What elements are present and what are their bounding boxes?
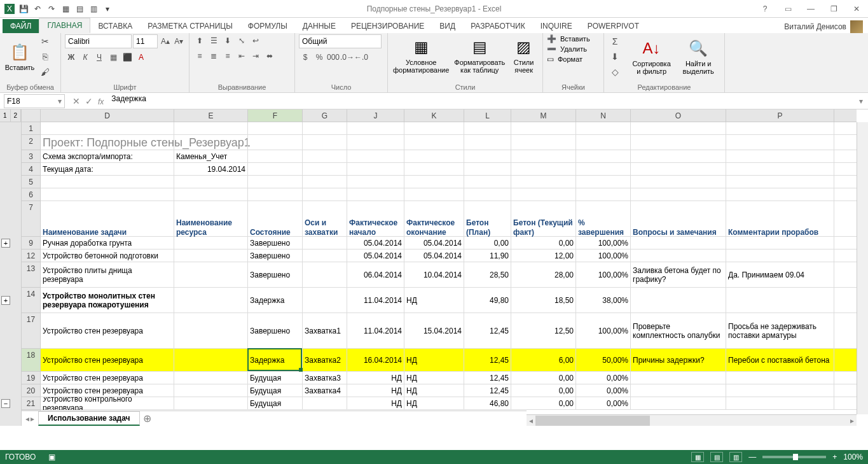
- col-header-L[interactable]: L: [464, 109, 511, 122]
- cancel-formula-icon[interactable]: ✕: [72, 96, 80, 106]
- comma-icon[interactable]: 000: [327, 51, 340, 64]
- row-header-6[interactable]: 6: [22, 188, 40, 201]
- tab-home[interactable]: ГЛАВНАЯ: [39, 18, 90, 33]
- row-header-5[interactable]: 5: [22, 176, 40, 188]
- row-header-21[interactable]: 21: [22, 397, 40, 410]
- formula-input[interactable]: Задержка: [109, 94, 854, 108]
- expand-formula-icon[interactable]: ▾: [859, 97, 868, 106]
- wrap-text-icon[interactable]: ↩: [249, 34, 262, 47]
- clear-icon[interactable]: ◇: [608, 65, 622, 79]
- row-header-2[interactable]: 2: [22, 135, 40, 150]
- cells-area[interactable]: Проект: Подпорные стены_Резервуар1Схема …: [41, 122, 857, 414]
- sheet-nav-next-icon[interactable]: ▸: [31, 414, 34, 423]
- vertical-scrollbar[interactable]: [857, 122, 868, 414]
- delete-cells-button[interactable]: ➖Удалить: [547, 45, 600, 53]
- tab-view[interactable]: ВИД: [432, 19, 463, 33]
- redo-icon[interactable]: ↷: [46, 3, 57, 15]
- spreadsheet-grid[interactable]: 12 ++− 123456791213141718192021 DEFGJKLM…: [0, 109, 868, 426]
- view-layout-icon[interactable]: ▤: [710, 452, 723, 462]
- format-cells-button[interactable]: ▭Формат: [547, 55, 600, 64]
- border-icon[interactable]: ▦: [107, 51, 120, 64]
- row-header-18[interactable]: 18: [22, 349, 40, 372]
- align-left-icon[interactable]: ≡: [193, 50, 206, 62]
- number-format-combo[interactable]: Общий: [299, 34, 382, 48]
- align-top-icon[interactable]: ⬆: [193, 34, 206, 47]
- cut-icon[interactable]: ✂: [38, 34, 52, 48]
- tab-layout[interactable]: РАЗМЕТКА СТРАНИЦЫ: [140, 19, 240, 33]
- indent-dec-icon[interactable]: ⇤: [235, 50, 248, 62]
- currency-icon[interactable]: $: [299, 51, 312, 64]
- orientation-icon[interactable]: ⤡: [235, 34, 248, 47]
- row-header-14[interactable]: 14: [22, 288, 40, 313]
- inc-decimal-icon[interactable]: .0→: [341, 51, 354, 64]
- row-header-12[interactable]: 12: [22, 250, 40, 262]
- percent-icon[interactable]: %: [313, 51, 326, 64]
- font-name-combo[interactable]: Calibri: [65, 34, 132, 48]
- tab-formulas[interactable]: ФОРМУЛЫ: [240, 19, 295, 33]
- copy-icon[interactable]: ⎘: [38, 50, 52, 64]
- minimize-icon[interactable]: —: [802, 3, 820, 15]
- col-header-P[interactable]: P: [726, 109, 834, 122]
- save-icon[interactable]: 💾: [18, 3, 29, 15]
- align-center-icon[interactable]: ≣: [207, 50, 220, 62]
- col-header-G[interactable]: G: [303, 109, 347, 122]
- ribbon-options-icon[interactable]: ▭: [779, 3, 797, 15]
- conditional-format-button[interactable]: ▦Условное форматирование: [392, 34, 450, 76]
- add-sheet-button[interactable]: ⊕: [140, 411, 155, 426]
- row-header-13[interactable]: 13: [22, 262, 40, 288]
- col-header-O[interactable]: O: [631, 109, 726, 122]
- outline-toggle-21[interactable]: −: [1, 399, 10, 408]
- col-header-D[interactable]: D: [41, 109, 174, 122]
- outline-level-1[interactable]: 1: [0, 109, 11, 122]
- font-size-combo[interactable]: 11: [133, 34, 158, 48]
- qat-custom-icon[interactable]: ▦: [60, 3, 71, 15]
- underline-button[interactable]: Ч: [93, 51, 106, 64]
- hscroll-left-icon[interactable]: ◂: [527, 416, 535, 425]
- indent-inc-icon[interactable]: ⇥: [249, 50, 262, 62]
- row-header-17[interactable]: 17: [22, 313, 40, 349]
- find-select-button[interactable]: 🔍Найти и выделить: [676, 34, 720, 79]
- row-header-3[interactable]: 3: [22, 150, 40, 163]
- col-header-M[interactable]: M: [511, 109, 576, 122]
- sheet-tab-active[interactable]: Использование задач: [38, 411, 140, 426]
- enter-formula-icon[interactable]: ✓: [85, 96, 93, 106]
- tab-powerpivot[interactable]: POWERPIVOT: [580, 19, 647, 33]
- user-area[interactable]: Виталий Денисов: [784, 20, 868, 33]
- row-header-7[interactable]: 7: [22, 201, 40, 237]
- row-header-20[interactable]: 20: [22, 384, 40, 397]
- col-header-J[interactable]: J: [347, 109, 404, 122]
- col-header-K[interactable]: K: [404, 109, 464, 122]
- col-header-N[interactable]: N: [576, 109, 631, 122]
- paste-button[interactable]: 📋 Вставить: [4, 34, 36, 79]
- tab-developer[interactable]: РАЗРАБОТЧИК: [463, 19, 533, 33]
- fx-icon[interactable]: fx: [98, 96, 104, 106]
- autosum-icon[interactable]: Σ: [608, 34, 622, 48]
- view-normal-icon[interactable]: ▦: [691, 452, 704, 462]
- maximize-icon[interactable]: ❐: [825, 3, 843, 15]
- zoom-out-icon[interactable]: —: [748, 453, 756, 461]
- name-box[interactable]: F18▾: [4, 94, 65, 108]
- align-bottom-icon[interactable]: ⬇: [221, 34, 234, 47]
- tab-inquire[interactable]: INQUIRE: [533, 19, 580, 33]
- col-header-E[interactable]: E: [174, 109, 248, 122]
- sort-filter-button[interactable]: A↓Сортировка и фильтр: [630, 34, 674, 79]
- horizontal-scrollbar[interactable]: ◂ ▸: [527, 414, 857, 426]
- hscroll-right-icon[interactable]: ▸: [848, 416, 857, 425]
- align-right-icon[interactable]: ≡: [221, 50, 234, 62]
- row-header-9[interactable]: 9: [22, 237, 40, 250]
- sheet-nav-prev-icon[interactable]: ◂: [25, 414, 29, 423]
- undo-icon[interactable]: ↶: [32, 3, 43, 15]
- outline-level-2[interactable]: 2: [11, 109, 22, 122]
- insert-cells-button[interactable]: ➕Вставить: [547, 34, 600, 43]
- fill-color-icon[interactable]: ⬛: [121, 51, 134, 64]
- hscroll-thumb[interactable]: [535, 416, 650, 426]
- row-header-1[interactable]: 1: [22, 122, 40, 135]
- tab-review[interactable]: РЕЦЕНЗИРОВАНИЕ: [343, 19, 432, 33]
- macro-record-icon[interactable]: ▣: [48, 453, 55, 461]
- dec-decimal-icon[interactable]: ←.0: [355, 51, 368, 64]
- bold-button[interactable]: Ж: [65, 51, 78, 64]
- qat-dropdown-icon[interactable]: ▾: [102, 3, 113, 15]
- select-all-corner[interactable]: [22, 109, 40, 122]
- zoom-in-icon[interactable]: +: [832, 453, 837, 461]
- qat-custom3-icon[interactable]: ▥: [88, 3, 99, 15]
